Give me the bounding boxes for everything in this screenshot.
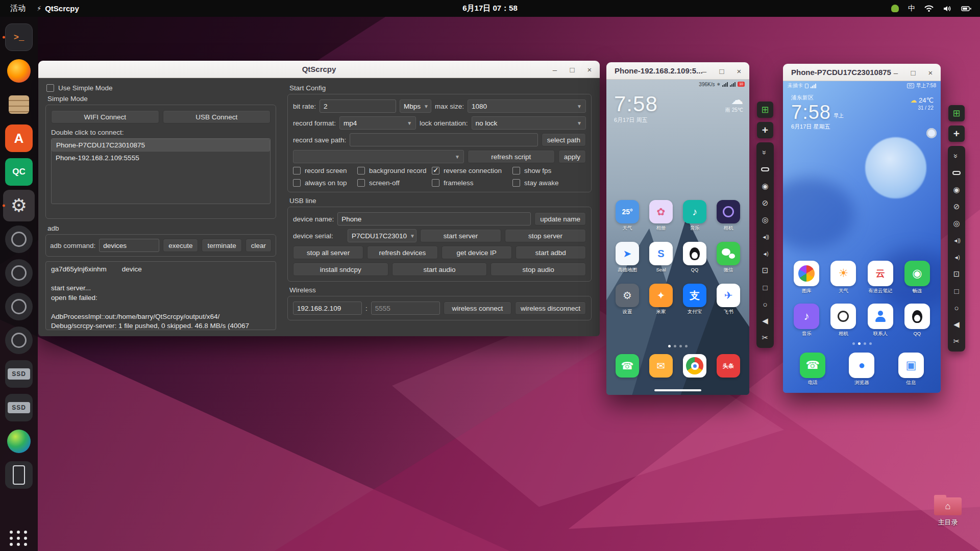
expand-icon[interactable]: » <box>949 149 964 163</box>
device-list-item[interactable]: Phone-P7CDU17C23010875 <box>52 139 270 152</box>
android-tray-icon[interactable] <box>891 5 899 12</box>
checkbox-background-record[interactable]: background record <box>357 167 432 174</box>
volume-down-icon[interactable]: ◄) <box>758 246 772 261</box>
back-icon[interactable]: ◀ <box>949 317 964 332</box>
checkbox-screen-off[interactable]: screen-off <box>357 179 432 187</box>
power-icon[interactable]: ◎ <box>758 212 772 228</box>
wifi-connect-button[interactable]: WIFI Connect <box>51 110 159 123</box>
phone1-close-button[interactable]: × <box>733 65 745 77</box>
device-list-item[interactable]: Phone-192.168.2.109:5555 <box>52 152 270 164</box>
show-apps-button[interactable] <box>10 531 28 546</box>
checkbox-box[interactable] <box>432 179 439 187</box>
script-select[interactable]: ▼ <box>293 150 464 163</box>
phone1-app-音乐[interactable]: ♪音乐 <box>683 200 706 232</box>
back-icon[interactable]: ◀ <box>758 313 772 329</box>
start-audio-button[interactable]: start audio <box>392 263 487 276</box>
phone1-app-微信[interactable]: 微信 <box>717 242 740 273</box>
wireless-disconnect-button[interactable]: wireless disconnect <box>515 302 586 315</box>
checkbox-stay-awake[interactable]: stay awake <box>512 179 586 187</box>
phone2-titlebar[interactable]: Phone-P7CDU17C23010875 – □ × <box>783 64 941 81</box>
record-format-select[interactable]: mp4▼ <box>339 116 416 130</box>
system-tray[interactable]: 中 <box>891 0 980 17</box>
phone1-app-设置[interactable]: ⚙设置 <box>616 284 639 315</box>
use-simple-mode-checkbox[interactable] <box>46 84 54 92</box>
dock-item-terminal[interactable]: >_ <box>3 21 35 53</box>
dock-item-qc-app[interactable]: QC <box>3 156 35 188</box>
phone1-app-相机[interactable]: 相机 <box>717 200 740 232</box>
screenshot-icon[interactable]: ✂ <box>758 330 772 345</box>
phone1-dock-app-icon[interactable]: ☎ <box>616 354 639 378</box>
record-save-path-input[interactable] <box>350 133 537 146</box>
checkbox-box[interactable] <box>293 167 301 174</box>
dock-item-firefox[interactable] <box>3 55 35 87</box>
stop-all-server-button[interactable]: stop all server <box>293 246 363 259</box>
start-server-button[interactable]: start server <box>420 229 501 242</box>
phone2-maximize-button[interactable]: □ <box>907 66 919 79</box>
fullscreen-icon[interactable]: + <box>757 122 773 138</box>
phone1-maximize-button[interactable]: □ <box>716 65 728 77</box>
activities-button[interactable]: 活动 <box>10 4 26 13</box>
screen-on-icon[interactable]: ◉ <box>758 179 772 194</box>
phone1-dock-app-chrome[interactable] <box>683 354 706 378</box>
checkbox-record-screen[interactable]: record screen <box>293 167 357 174</box>
dock-item-settings[interactable]: ⚙ <box>3 190 35 221</box>
phone1-app-支付宝[interactable]: 支支付宝 <box>683 284 706 315</box>
phone1-app-高德地图[interactable]: ➤高德地图 <box>616 242 639 273</box>
checkbox-box[interactable] <box>432 167 439 174</box>
refresh-script-button[interactable]: refresh script <box>468 150 555 163</box>
focused-app-menu[interactable]: ⚡ QtScrcpy <box>37 4 79 13</box>
home-icon[interactable]: ○ <box>758 296 772 312</box>
usb-connect-button[interactable]: USB Connect <box>163 110 271 123</box>
screen-off-icon[interactable]: ⊘ <box>949 199 964 214</box>
screen-on-icon[interactable]: ◉ <box>949 182 964 197</box>
battery-icon[interactable] <box>961 6 972 12</box>
phone1-titlebar[interactable]: Phone-192.168.2.109:5... – □ × <box>606 62 749 80</box>
stop-server-button[interactable]: stop server <box>505 229 586 242</box>
phone1-app-Seal[interactable]: SSeal <box>649 242 673 273</box>
checkbox-box[interactable] <box>357 167 365 174</box>
phone1-app-米家[interactable]: ✦米家 <box>649 284 673 315</box>
phone2-app-联系人[interactable]: 联系人 <box>868 304 893 337</box>
checkbox-reverse-connection[interactable]: reverse connection <box>432 167 512 174</box>
adb-log-output[interactable]: ga7d65ylnj6xinhm device start server... … <box>45 261 276 330</box>
checkbox-box[interactable] <box>357 179 365 187</box>
apply-button[interactable]: apply <box>558 150 586 163</box>
execute-button[interactable]: execute <box>163 239 198 252</box>
get-device-IP-button[interactable]: get device IP <box>442 246 512 259</box>
checkbox-show-fps[interactable]: show fps <box>512 167 586 174</box>
expand-icon[interactable]: » <box>757 145 773 160</box>
close-button[interactable]: × <box>583 63 596 76</box>
phone2-dock-app-信息[interactable]: ▣信息 <box>898 353 924 386</box>
phone1-app-QQ[interactable]: QQ <box>683 242 706 273</box>
phone1-home-indicator[interactable] <box>654 389 701 391</box>
checkbox-box[interactable] <box>512 167 520 174</box>
checkbox-box[interactable] <box>293 179 301 187</box>
input-method-indicator[interactable]: 中 <box>908 4 915 13</box>
fullscreen-icon[interactable]: + <box>948 126 965 142</box>
phone2-app-QQ[interactable]: QQ <box>904 304 930 337</box>
qtscrcpy-titlebar[interactable]: QtScrcpy – □ × <box>38 61 600 78</box>
screen-off-icon[interactable]: ⊘ <box>758 195 772 211</box>
menu-icon[interactable]: □ <box>758 280 772 295</box>
home-folder-icon[interactable]: ⌂ 主目录 <box>930 495 966 527</box>
phone1-app-飞书[interactable]: ✈飞书 <box>717 284 740 315</box>
bit-rate-unit-select[interactable]: Mbps▼ <box>400 99 431 113</box>
group-control-icon[interactable]: ⊞ <box>948 105 965 121</box>
menu-icon[interactable]: □ <box>949 283 964 298</box>
phone2-app-图库[interactable]: 图库 <box>794 261 819 294</box>
dock-item-ubuntu-software[interactable]: A <box>3 122 35 154</box>
checkbox-frameless[interactable]: frameless <box>432 179 512 187</box>
clock[interactable]: 6月17日 07：58 <box>462 4 518 13</box>
phone2-close-button[interactable]: × <box>924 66 937 79</box>
phone2-dock-app-电话[interactable]: ☎电话 <box>800 353 825 386</box>
install-sndcpy-button[interactable]: install sndcpy <box>293 263 388 276</box>
phone2-app-音乐[interactable]: ♪音乐 <box>794 304 819 337</box>
update-name-button[interactable]: update name <box>534 212 586 226</box>
start-adbd-button[interactable]: start adbd <box>516 246 586 259</box>
phone1-dock-app-icon[interactable]: 头条 <box>717 354 740 378</box>
volume-down-icon[interactable]: ◄) <box>949 249 964 265</box>
stop-audio-button[interactable]: stop audio <box>491 263 586 276</box>
home-icon[interactable]: ○ <box>949 300 964 315</box>
lock-orientation-select[interactable]: no lock▼ <box>472 116 586 130</box>
touch-icon[interactable] <box>758 162 772 177</box>
